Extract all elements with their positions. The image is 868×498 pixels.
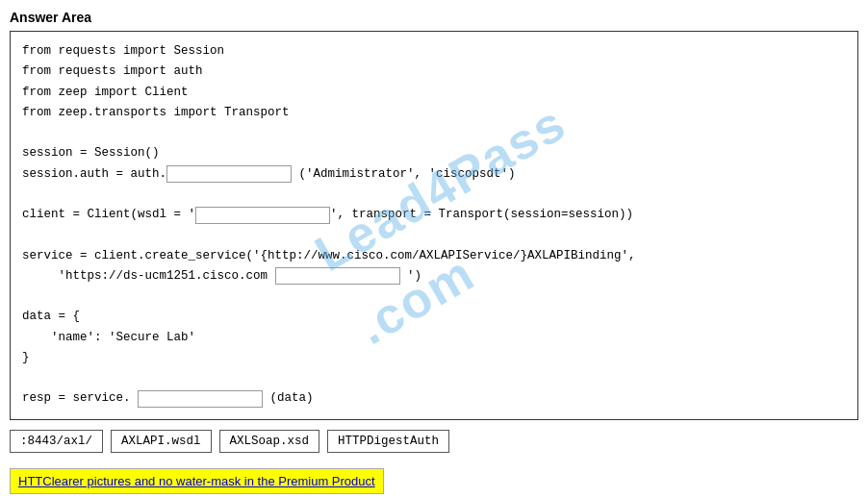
option-axl[interactable]: :8443/axl/ [10, 430, 103, 453]
option-xsd[interactable]: AXLSoap.xsd [219, 430, 320, 453]
promo-bar: HTTClearer pictures and no water-mask in… [10, 468, 384, 494]
code-line-13: resp = service. (data) [22, 388, 846, 409]
code-line-9: 'https://ds-ucm1251.cisco.com ') [22, 266, 846, 286]
blank-input-4[interactable] [138, 390, 263, 408]
blank-input-3[interactable] [275, 267, 400, 285]
section-title: Answer Area [10, 10, 858, 25]
code-line-8: service = client.create_service('{http:/… [22, 246, 846, 266]
options-row-2: HTTClearer pictures and no water-mask in… [10, 462, 858, 494]
blank-input-1[interactable] [166, 165, 292, 183]
blank-input-2[interactable] [195, 207, 330, 224]
option-httpdigest[interactable]: HTTPDigestAuth [327, 430, 449, 453]
code-line-4: from zeep.transports import Transport [22, 103, 846, 123]
code-line-5: session = Session() [22, 143, 846, 163]
code-line-7: client = Client(wsdl = ' ', transport = … [22, 205, 846, 225]
option-wsdl[interactable]: AXLAPI.wsdl [111, 430, 212, 453]
code-line-11: 'name': 'Secure Lab' [22, 328, 846, 348]
code-line-1: from requests import Session [22, 41, 846, 62]
answer-box: Lead4Pass.com from requests import Sessi… [10, 31, 858, 420]
code-line-3: from zeep import Client [22, 83, 846, 103]
code-line-10: data = { [22, 307, 846, 327]
code-line-2: from requests import auth [22, 62, 846, 82]
promo-prefix: HTT [18, 474, 42, 488]
code-line-12: } [22, 348, 846, 368]
promo-link[interactable]: Clearer pictures and no water-mask in th… [42, 474, 374, 488]
options-row-1: :8443/axl/ AXLAPI.wsdl AXLSoap.xsd HTTPD… [10, 430, 858, 453]
code-line-6: session.auth = auth. ('Admimistrator', '… [22, 164, 846, 185]
